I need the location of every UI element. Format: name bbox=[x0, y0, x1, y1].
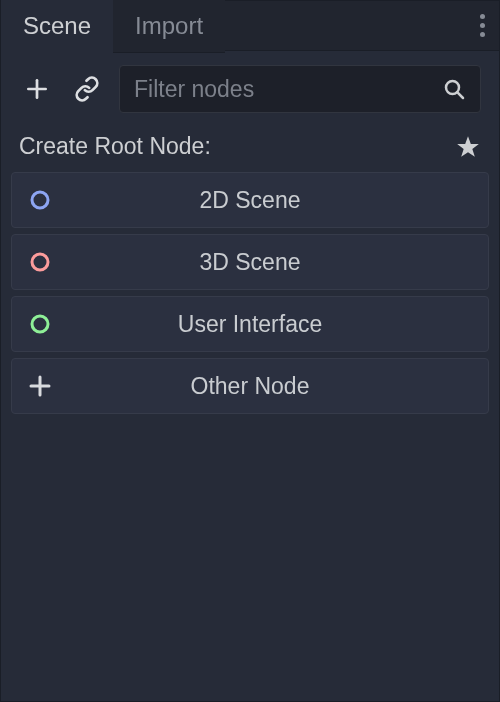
plus-icon bbox=[26, 372, 54, 400]
node-label: User Interface bbox=[12, 311, 488, 338]
plus-icon bbox=[24, 76, 50, 102]
section-title: Create Root Node: bbox=[19, 133, 211, 160]
node-label: 3D Scene bbox=[12, 249, 488, 276]
instance-scene-button[interactable] bbox=[69, 71, 105, 107]
svg-point-4 bbox=[32, 192, 48, 208]
node2d-icon bbox=[26, 186, 54, 214]
svg-point-5 bbox=[32, 254, 48, 270]
node-button-other[interactable]: Other Node bbox=[11, 358, 489, 414]
node-button-3d-scene[interactable]: 3D Scene bbox=[11, 234, 489, 290]
dots-vertical-icon bbox=[480, 14, 485, 37]
node-button-user-interface[interactable]: User Interface bbox=[11, 296, 489, 352]
favorite-button[interactable] bbox=[455, 134, 481, 160]
tab-menu-button[interactable] bbox=[466, 1, 499, 51]
node-label: Other Node bbox=[12, 373, 488, 400]
tab-scene[interactable]: Scene bbox=[1, 0, 113, 52]
node3d-icon bbox=[26, 248, 54, 276]
add-node-button[interactable] bbox=[19, 71, 55, 107]
svg-point-6 bbox=[32, 316, 48, 332]
section-header: Create Root Node: bbox=[1, 125, 499, 172]
tab-import[interactable]: Import bbox=[113, 0, 225, 53]
link-icon bbox=[74, 76, 100, 102]
node-button-2d-scene[interactable]: 2D Scene bbox=[11, 172, 489, 228]
filter-field[interactable] bbox=[119, 65, 481, 113]
control-icon bbox=[26, 310, 54, 338]
node-label: 2D Scene bbox=[12, 187, 488, 214]
tab-spacer bbox=[225, 1, 466, 51]
tab-bar: Scene Import bbox=[1, 1, 499, 51]
toolbar bbox=[1, 51, 499, 125]
filter-input[interactable] bbox=[134, 76, 442, 103]
search-icon bbox=[442, 77, 466, 101]
node-list: 2D Scene 3D Scene User Interface bbox=[1, 172, 499, 414]
svg-line-3 bbox=[457, 92, 463, 98]
